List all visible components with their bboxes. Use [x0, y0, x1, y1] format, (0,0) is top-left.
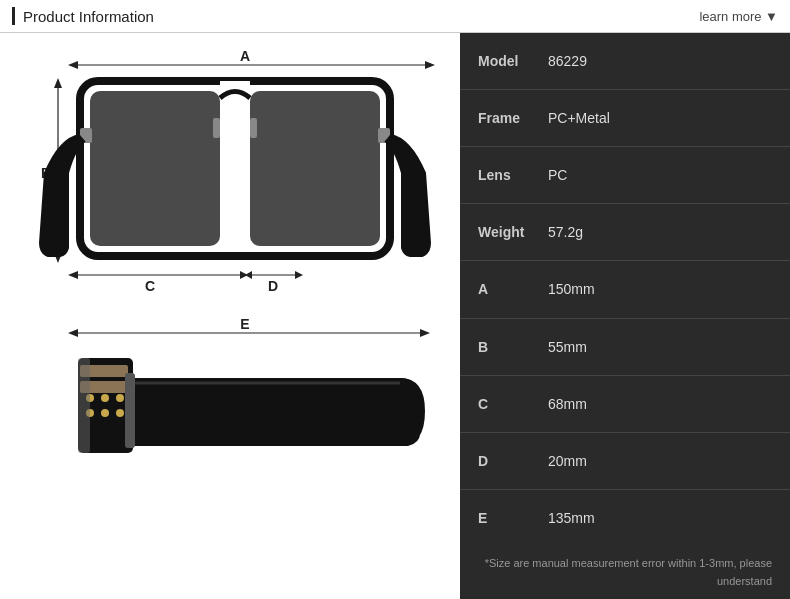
svg-rect-9	[250, 91, 380, 246]
spec-value: PC	[548, 167, 567, 183]
page-title: Product Information	[23, 8, 154, 25]
label-c: C	[145, 278, 155, 293]
page-header: Product Information learn more ▼	[0, 0, 790, 33]
spec-value: PC+Metal	[548, 110, 610, 126]
spec-row: B 55mm	[460, 319, 790, 376]
spec-row: Model 86229	[460, 33, 790, 90]
svg-rect-33	[78, 358, 90, 453]
svg-marker-21	[68, 329, 78, 337]
svg-point-31	[116, 409, 124, 417]
spec-row: C 68mm	[460, 376, 790, 433]
spec-row: D 20mm	[460, 433, 790, 490]
spec-label: C	[478, 396, 548, 412]
spec-row: Frame PC+Metal	[460, 90, 790, 147]
spec-value: 68mm	[548, 396, 587, 412]
note-text: *Size are manual measurement error withi…	[485, 557, 772, 587]
spec-label: Model	[478, 53, 548, 69]
spec-value: 86229	[548, 53, 587, 69]
spec-value: 20mm	[548, 453, 587, 469]
spec-value: 55mm	[548, 339, 587, 355]
svg-point-30	[101, 409, 109, 417]
svg-rect-32	[125, 373, 135, 448]
spec-label: Frame	[478, 110, 548, 126]
spec-label: Weight	[478, 224, 548, 240]
spec-row: Lens PC	[460, 147, 790, 204]
learn-more-link[interactable]: learn more ▼	[699, 9, 778, 24]
svg-rect-10	[213, 118, 220, 138]
label-e: E	[240, 316, 249, 332]
label-a: A	[240, 48, 250, 64]
main-content: A B	[0, 33, 790, 599]
svg-point-27	[101, 394, 109, 402]
front-diagram: A B	[30, 43, 440, 303]
svg-marker-15	[68, 271, 78, 279]
header-bar-decoration	[12, 7, 15, 25]
spec-label: E	[478, 510, 548, 526]
svg-marker-22	[420, 329, 430, 337]
svg-marker-1	[68, 61, 78, 69]
svg-marker-18	[245, 271, 252, 279]
svg-marker-4	[54, 78, 62, 88]
spec-row: E 135mm	[460, 490, 790, 546]
svg-rect-8	[90, 91, 220, 246]
svg-point-28	[116, 394, 124, 402]
spec-label: D	[478, 453, 548, 469]
svg-marker-19	[295, 271, 303, 279]
spec-value: 150mm	[548, 281, 595, 297]
side-diagram-svg: E	[30, 313, 440, 513]
spec-value: 57.2g	[548, 224, 583, 240]
diagram-panel: A B	[0, 33, 460, 599]
specs-panel: Model 86229 Frame PC+Metal Lens PC Weigh…	[460, 33, 790, 599]
header-title-wrap: Product Information	[12, 7, 154, 25]
spec-table: Model 86229 Frame PC+Metal Lens PC Weigh…	[460, 33, 790, 546]
front-diagram-svg: A B	[30, 43, 440, 293]
spec-label: A	[478, 281, 548, 297]
label-d: D	[268, 278, 278, 293]
note-area: *Size are manual measurement error withi…	[460, 546, 790, 599]
spec-row: Weight 57.2g	[460, 204, 790, 261]
svg-marker-2	[425, 61, 435, 69]
spec-row: A 150mm	[460, 261, 790, 318]
spec-value: 135mm	[548, 510, 595, 526]
spec-label: B	[478, 339, 548, 355]
svg-rect-11	[250, 118, 257, 138]
spec-label: Lens	[478, 167, 548, 183]
side-diagram: E	[30, 313, 440, 523]
